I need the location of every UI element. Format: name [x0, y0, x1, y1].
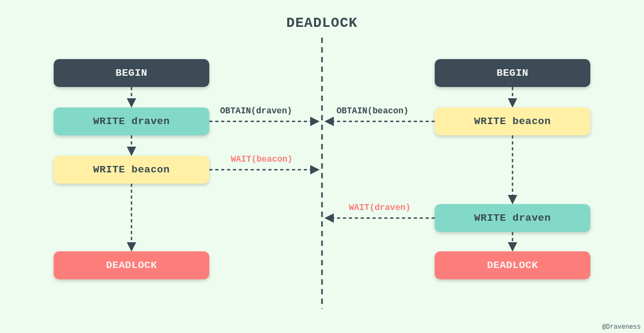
right-step2-node: WRITE draven: [435, 204, 590, 232]
node-label: BEGIN: [496, 67, 529, 79]
node-label: WRITE beacon: [474, 115, 551, 127]
node-label: WRITE beacon: [93, 164, 170, 176]
node-label: WRITE draven: [93, 115, 170, 127]
left-final-node: DEADLOCK: [54, 251, 209, 279]
diagram-stage: DEADLOCK BEGIN WRITE draven WRITE beacon…: [0, 0, 644, 333]
left-begin-node: BEGIN: [54, 59, 209, 87]
right-begin-node: BEGIN: [435, 59, 590, 87]
left-step2-node: WRITE beacon: [54, 156, 209, 184]
label-obtain-right: OBTAIN(beacon): [336, 106, 408, 116]
label-wait-right: WAIT(draven): [349, 203, 411, 213]
node-label: WRITE draven: [474, 212, 551, 224]
right-step1-node: WRITE beacon: [435, 107, 590, 135]
left-step1-node: WRITE draven: [54, 107, 209, 135]
node-label: DEADLOCK: [487, 259, 538, 271]
label-obtain-left: OBTAIN(draven): [220, 106, 292, 116]
label-wait-left: WAIT(beacon): [231, 155, 292, 164]
node-label: BEGIN: [115, 67, 148, 79]
credit-text: @Draveness: [602, 323, 641, 331]
right-final-node: DEADLOCK: [435, 251, 590, 279]
diagram-title: DEADLOCK: [0, 15, 644, 31]
node-label: DEADLOCK: [106, 259, 157, 271]
